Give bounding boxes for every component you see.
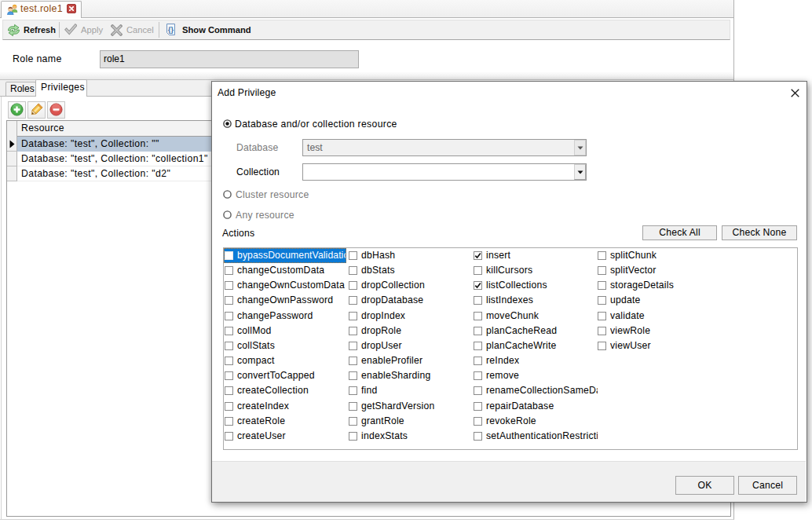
svg-text:{}: {} bbox=[168, 26, 174, 34]
